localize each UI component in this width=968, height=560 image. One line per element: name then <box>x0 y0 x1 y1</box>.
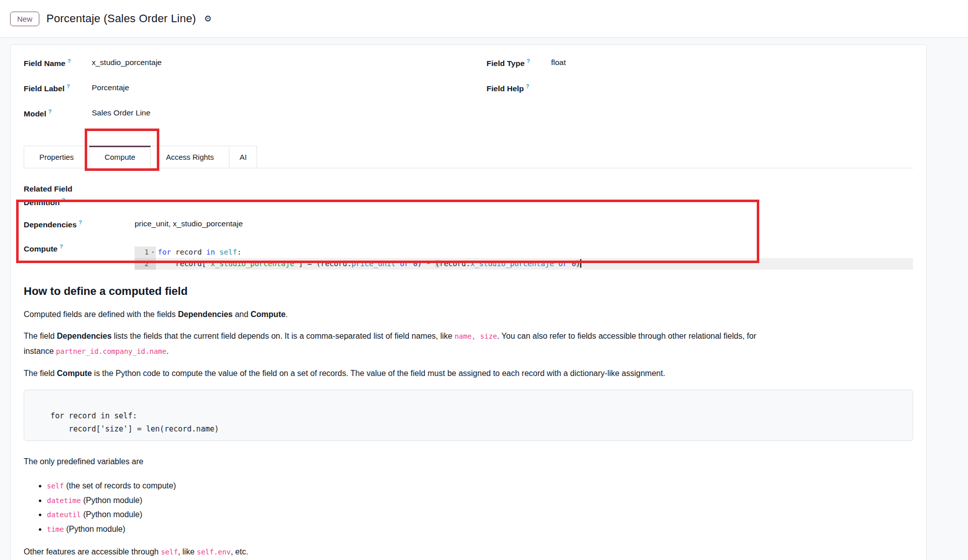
tab-access-rights[interactable]: Access Rights <box>151 146 229 168</box>
code-token <box>395 260 400 268</box>
inline-code: self.env <box>197 548 230 556</box>
form-right-column: Field Type?floatField Help? <box>468 58 913 134</box>
dependencies-row: Dependencies? price_unit, x_studio_porce… <box>24 219 913 233</box>
doc-bold: Dependencies <box>57 332 111 340</box>
inline-code: time <box>47 525 64 533</box>
inline-code: self <box>47 482 64 490</box>
inline-code: partner_id.company_id.name <box>56 347 166 355</box>
doc-text: . <box>285 310 287 319</box>
doc-text: , like <box>178 547 197 556</box>
field-type-label-text: Field Type <box>487 59 525 68</box>
editor-line[interactable]: 1▾for record in self: <box>135 246 913 258</box>
doc-text: (the set of records to compute) <box>64 481 176 490</box>
doc-text: The field <box>24 369 57 378</box>
doc-bold: Dependencies <box>178 310 232 319</box>
doc-paragraph: Other features are accessible through se… <box>24 544 913 559</box>
code-example-block: for record in self: record['size'] = len… <box>24 390 913 441</box>
compute-label: Compute? <box>24 243 135 254</box>
code-token: 0 <box>413 260 417 268</box>
related-field-definition-label: Related Field Definition? <box>24 183 913 208</box>
editor-code-line[interactable]: for record in self: <box>156 246 241 258</box>
doc-text: , etc. <box>231 547 249 556</box>
compute-row: Compute? 1▾for record in self:2 record['… <box>24 243 913 270</box>
doc-text: Computed fields are defined with the fie… <box>24 310 178 319</box>
list-item: self (the set of records to compute) <box>47 479 913 493</box>
help-icon[interactable]: ? <box>68 58 71 64</box>
field-name-label: Field Name? <box>24 58 92 68</box>
fold-icon[interactable]: ▾ <box>152 246 154 258</box>
doc-text: . You can also refer to fields accessibl… <box>497 332 756 340</box>
inline-code: name, size <box>455 332 497 340</box>
code-token: record[ <box>158 260 206 268</box>
editor-gutter-cell: 2 <box>135 258 156 270</box>
field-name-label-text: Field Name <box>24 59 66 68</box>
predefined-variables-list: self (the set of records to compute)date… <box>47 479 913 536</box>
field-name-row: Field Name?x_studio_porcentaje <box>24 58 468 73</box>
doc-text: (Python module) <box>81 496 142 505</box>
tab-ai[interactable]: AI <box>229 146 257 168</box>
field-name-value[interactable]: x_studio_porcentaje <box>92 58 162 67</box>
code-token: ( <box>435 260 440 268</box>
related-field-label-line2: Definition <box>24 198 59 207</box>
field-label-label: Field Label? <box>24 83 92 93</box>
help-icon[interactable]: ? <box>67 83 70 89</box>
editor-line[interactable]: 2 record['x_studio_porcentaje'] = (recor… <box>135 258 913 270</box>
code-token: ) * <box>417 260 435 268</box>
doc-text: . <box>166 347 168 355</box>
code-token: : <box>237 248 241 256</box>
code-token: 'x_studio_porcentaje' <box>206 260 298 268</box>
field-help-row: Field Help? <box>487 83 913 98</box>
field-label-value[interactable]: Porcentaje <box>92 83 129 92</box>
code-token: or <box>558 260 567 268</box>
field-definition-card: Field Name?x_studio_porcentajeField Labe… <box>10 44 927 560</box>
help-icon[interactable]: ? <box>79 219 82 225</box>
text-cursor <box>580 259 581 268</box>
doc-text: and <box>232 310 251 319</box>
gear-icon[interactable]: ⚙ <box>204 14 212 24</box>
code-token: price_unit <box>351 260 395 268</box>
field-type-row: Field Type?float <box>487 58 913 73</box>
help-icon[interactable]: ? <box>62 197 65 203</box>
doc-paragraph: The field Dependencies lists the fields … <box>24 329 913 359</box>
doc-heading: How to define a computed field <box>24 284 913 299</box>
field-help-label: Field Help? <box>487 83 551 93</box>
tab-properties[interactable]: Properties <box>24 146 89 168</box>
dependencies-label: Dependencies? <box>24 219 135 229</box>
code-token: record <box>171 248 206 256</box>
model-label: Model? <box>24 108 92 118</box>
field-type-value[interactable]: float <box>551 58 566 67</box>
model-row: Model?Sales Order Line <box>24 108 468 123</box>
doc-paragraph: Computed fields are defined with the fie… <box>24 307 913 322</box>
field-label-label-text: Field Label <box>24 84 65 93</box>
code-token: or <box>400 260 408 268</box>
code-token: x_studio_porcentaje <box>470 260 554 268</box>
help-icon[interactable]: ? <box>59 243 63 250</box>
editor-gutter-cell: 1▾ <box>135 246 156 258</box>
model-value[interactable]: Sales Order Line <box>92 108 150 117</box>
doc-bold: Compute <box>57 369 92 378</box>
inline-code: datetime <box>47 496 81 505</box>
list-item: time (Python module) <box>47 522 913 537</box>
doc-text: is the Python code to compute the value … <box>92 369 665 378</box>
code-token: record. <box>440 260 470 268</box>
related-field-label-line1: Related Field <box>24 184 72 193</box>
doc-text: (Python module) <box>64 525 126 533</box>
editor-code-line[interactable]: record['x_studio_porcentaje'] = (record.… <box>156 258 581 270</box>
top-header: New Porcentaje (Sales Order Line) ⚙ <box>0 0 968 38</box>
help-icon[interactable]: ? <box>526 83 529 89</box>
help-icon[interactable]: ? <box>527 58 530 64</box>
tab-bar: PropertiesComputeAccess RightsAI <box>24 146 913 168</box>
tab-compute[interactable]: Compute <box>89 146 151 168</box>
dependencies-value[interactable]: price_unit, x_studio_porcentaje <box>135 219 243 228</box>
help-icon[interactable]: ? <box>48 108 52 114</box>
doc-text: The field <box>24 332 57 340</box>
field-form: Field Name?x_studio_porcentajeField Labe… <box>24 58 913 134</box>
inline-code: dateutil <box>47 511 81 519</box>
field-help-label-text: Field Help <box>487 84 524 93</box>
doc-paragraph: The field Compute is the Python code to … <box>24 366 913 381</box>
status-badge: New <box>10 12 39 26</box>
code-token: in <box>206 248 215 256</box>
compute-label-text: Compute <box>24 244 57 253</box>
code-token: ) <box>576 260 580 268</box>
code-editor[interactable]: 1▾for record in self:2 record['x_studio_… <box>135 246 913 270</box>
